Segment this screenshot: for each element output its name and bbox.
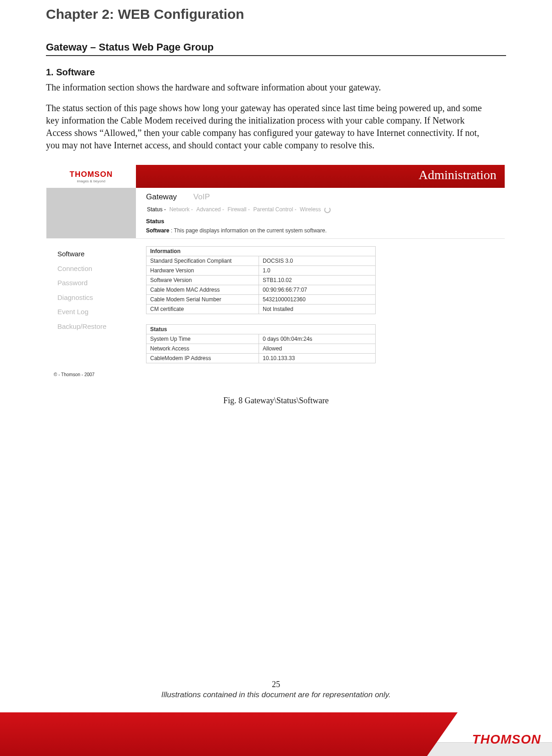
status-table: Status System Up Time0 days 00h:04m:24s … xyxy=(146,324,376,363)
subtab-parental[interactable]: Parental Control - xyxy=(253,206,296,213)
status-heading: Status xyxy=(146,218,499,225)
table-row: Network AccessAllowed xyxy=(146,344,376,353)
table-row: System Up Time0 days 00h:04m:24s xyxy=(146,334,376,344)
subtab-firewall[interactable]: Firewall - xyxy=(227,206,250,213)
sidebar-nav: Software Connection Password Diagnostics… xyxy=(46,238,136,333)
sub-tabs: Status - Network - Advanced - Firewall -… xyxy=(146,204,499,216)
subtab-network[interactable]: Network - xyxy=(169,206,193,213)
tab-voip[interactable]: VoIP xyxy=(193,192,210,202)
sidebar-item-password[interactable]: Password xyxy=(57,276,136,290)
paragraph-1: The information section shows the hardwa… xyxy=(46,81,487,94)
sidebar-item-software[interactable]: Software xyxy=(57,247,136,261)
table-row: Standard Specification CompliantDOCSIS 3… xyxy=(146,256,376,265)
brand-logo: THOMSON images & beyond xyxy=(46,165,136,188)
section-title: Gateway – Status Web Page Group xyxy=(46,41,506,56)
info-table-title: Information xyxy=(146,246,376,256)
information-table: Information Standard Specification Compl… xyxy=(146,246,376,314)
sidebar-item-eventlog[interactable]: Event Log xyxy=(57,305,136,319)
subtab-status[interactable]: Status - xyxy=(147,206,166,213)
footer-brand-logo: THOMSON xyxy=(472,732,541,747)
software-description: : This page displays information on the … xyxy=(171,227,327,234)
copyright-text: © - Thomson - 2007 xyxy=(46,370,136,380)
subtab-wireless[interactable]: Wireless xyxy=(300,206,321,213)
brand-tagline: images & beyond xyxy=(77,179,106,183)
subtab-advanced[interactable]: Advanced - xyxy=(196,206,224,213)
table-row: CM certificateNot Installed xyxy=(146,304,376,314)
table-row: Software VersionSTB1.10.02 xyxy=(146,275,376,285)
table-row: Cable Modem Serial Number54321000012360 xyxy=(146,294,376,304)
brand-logo-text: THOMSON xyxy=(70,170,113,179)
table-row: CableModem IP Address10.10.133.33 xyxy=(146,353,376,363)
gateway-screenshot: THOMSON images & beyond Administration S… xyxy=(46,164,505,383)
figure-caption: Fig. 8 Gateway\Status\Software xyxy=(46,396,506,406)
page-number: 25 xyxy=(0,680,552,689)
footer-graphic: THOMSON xyxy=(0,712,552,756)
refresh-icon[interactable] xyxy=(324,207,331,213)
header-title: Administration xyxy=(418,168,496,182)
sidebar-item-diagnostics[interactable]: Diagnostics xyxy=(57,290,136,305)
disclaimer-text: Illustrations contained in this document… xyxy=(0,690,552,700)
table-row: Hardware Version1.0 xyxy=(146,265,376,275)
sidebar-photo xyxy=(46,188,136,238)
software-label: Software xyxy=(146,227,169,234)
table-row: Cable Modem MAC Address00:90:96:66:77:07 xyxy=(146,285,376,294)
paragraph-2: The status section of this page shows ho… xyxy=(46,102,487,152)
chapter-title: Chapter 2: WEB Configuration xyxy=(46,6,506,22)
sidebar-item-connection[interactable]: Connection xyxy=(57,261,136,276)
subsection-title: 1. Software xyxy=(46,67,506,78)
sidebar-item-backup[interactable]: Backup/Restore xyxy=(57,319,136,334)
tab-gateway[interactable]: Gateway xyxy=(146,192,177,202)
status-table-title: Status xyxy=(146,324,376,334)
